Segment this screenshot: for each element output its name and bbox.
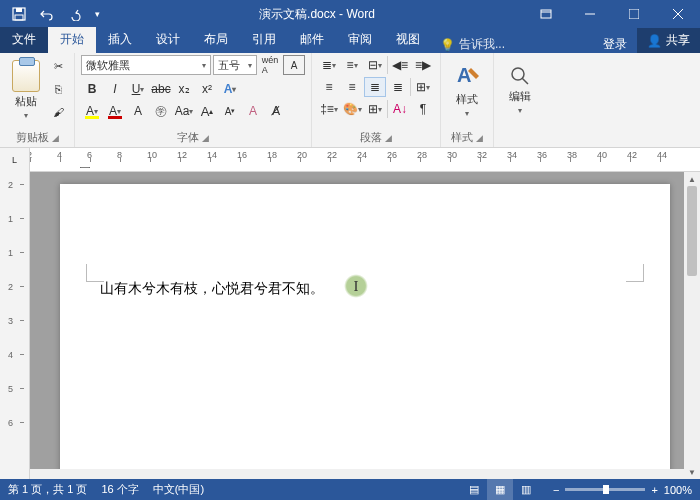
- save-icon[interactable]: [6, 2, 32, 26]
- web-layout-icon[interactable]: ▥: [513, 479, 539, 500]
- text-cursor-indicator: [344, 274, 368, 298]
- paragraph-launcher-icon[interactable]: ◢: [385, 133, 392, 143]
- change-case-icon[interactable]: Aa▾: [173, 101, 195, 121]
- align-center-icon[interactable]: ≡: [341, 77, 363, 97]
- document-text[interactable]: 山有木兮木有枝，心悦君兮君不知。: [100, 280, 630, 298]
- page-count[interactable]: 第 1 页，共 1 页: [8, 482, 87, 497]
- tab-layout[interactable]: 布局: [192, 27, 240, 53]
- zoom-out-button[interactable]: −: [553, 484, 559, 496]
- styles-button[interactable]: A 样式 ▾: [447, 55, 487, 125]
- group-clipboard: 粘贴 ▾ ✂ ⎘ 🖌 剪贴板◢: [0, 53, 75, 147]
- paste-button[interactable]: 粘贴 ▾: [6, 55, 46, 125]
- grow-font-icon[interactable]: A▴: [196, 101, 218, 121]
- superscript-button[interactable]: x²: [196, 79, 218, 99]
- language-status[interactable]: 中文(中国): [153, 482, 204, 497]
- increase-indent-icon[interactable]: ≡▶: [412, 55, 434, 75]
- numbering-icon[interactable]: ≡▾: [341, 55, 363, 75]
- tab-mail[interactable]: 邮件: [288, 27, 336, 53]
- close-icon[interactable]: [656, 0, 700, 28]
- borders-icon[interactable]: ⊞▾: [364, 99, 386, 119]
- font-launcher-icon[interactable]: ◢: [202, 133, 209, 143]
- page-scroll[interactable]: 山有木兮木有枝，心悦君兮君不知。: [30, 172, 700, 479]
- italic-button[interactable]: I: [104, 79, 126, 99]
- multilevel-list-icon[interactable]: ⊟▾: [364, 55, 386, 75]
- horizontal-scrollbar[interactable]: [30, 469, 684, 479]
- clear-formatting-icon[interactable]: A: [242, 101, 264, 121]
- highlight-color-icon[interactable]: A▾: [81, 101, 103, 121]
- ribbon: 粘贴 ▾ ✂ ⎘ 🖌 剪贴板◢ 微软雅黑▾ 五号▾ wénA A B I U▾: [0, 53, 700, 148]
- tell-me-search[interactable]: 💡告诉我...: [432, 36, 513, 53]
- editing-button[interactable]: 编辑 ▾: [500, 55, 540, 125]
- tab-review[interactable]: 审阅: [336, 27, 384, 53]
- group-editing: 编辑 ▾: [494, 53, 546, 147]
- styles-icon: A: [453, 62, 481, 90]
- login-button[interactable]: 登录: [593, 36, 637, 53]
- font-color-icon[interactable]: A▾: [104, 101, 126, 121]
- character-border-icon[interactable]: A: [283, 55, 305, 75]
- align-left-icon[interactable]: ≡: [318, 77, 340, 97]
- font-name-combo[interactable]: 微软雅黑▾: [81, 55, 211, 75]
- read-mode-icon[interactable]: ▤: [461, 479, 487, 500]
- zoom-slider[interactable]: [565, 488, 645, 491]
- decrease-indent-icon[interactable]: ◀≡: [389, 55, 411, 75]
- align-distribute-icon[interactable]: ≣: [387, 77, 409, 97]
- bullets-icon[interactable]: ≣▾: [318, 55, 340, 75]
- minimize-icon[interactable]: [568, 0, 612, 28]
- show-marks-icon[interactable]: ¶: [412, 99, 434, 119]
- lightbulb-icon: 💡: [440, 38, 455, 52]
- font-size-combo[interactable]: 五号▾: [213, 55, 257, 75]
- clear-all-formatting-icon[interactable]: A̸: [265, 101, 287, 121]
- asian-layout-icon[interactable]: ⊞▾: [412, 77, 434, 97]
- zoom-in-button[interactable]: +: [651, 484, 657, 496]
- align-justify-icon[interactable]: ≣: [364, 77, 386, 97]
- tab-references[interactable]: 引用: [240, 27, 288, 53]
- cut-icon[interactable]: ✂: [48, 55, 68, 77]
- svg-line-11: [522, 78, 528, 84]
- tab-view[interactable]: 视图: [384, 27, 432, 53]
- svg-point-10: [512, 68, 524, 80]
- tab-design[interactable]: 设计: [144, 27, 192, 53]
- phonetic-guide-icon[interactable]: wénA: [259, 55, 281, 75]
- vertical-ruler[interactable]: 21123456: [0, 172, 30, 479]
- shrink-font-icon[interactable]: A▾: [219, 101, 241, 121]
- share-button[interactable]: 👤共享: [637, 28, 700, 53]
- underline-button[interactable]: U▾: [127, 79, 149, 99]
- ribbon-display-icon[interactable]: [524, 0, 568, 28]
- indent-marker-icon[interactable]: [80, 167, 90, 168]
- undo-icon[interactable]: [34, 2, 60, 26]
- horizontal-ruler[interactable]: 2468101214161820222426283032343638404244: [30, 152, 700, 168]
- word-count[interactable]: 16 个字: [101, 482, 138, 497]
- tab-home[interactable]: 开始: [48, 27, 96, 53]
- print-layout-icon[interactable]: ▦: [487, 479, 513, 500]
- clipboard-launcher-icon[interactable]: ◢: [52, 133, 59, 143]
- bold-button[interactable]: B: [81, 79, 103, 99]
- zoom-thumb[interactable]: [603, 485, 609, 494]
- redo-icon[interactable]: [62, 2, 88, 26]
- character-shading-icon[interactable]: A: [127, 101, 149, 121]
- tab-insert[interactable]: 插入: [96, 27, 144, 53]
- line-spacing-icon[interactable]: ‡≡▾: [318, 99, 340, 119]
- vertical-scrollbar[interactable]: ▲ ▼: [684, 172, 700, 479]
- svg-line-8: [673, 9, 683, 19]
- zoom-level[interactable]: 100%: [664, 484, 692, 496]
- svg-rect-0: [13, 8, 25, 20]
- tab-file[interactable]: 文件: [0, 27, 48, 53]
- strikethrough-button[interactable]: abc: [150, 79, 172, 99]
- sort-icon[interactable]: A↓: [389, 99, 411, 119]
- scroll-down-icon[interactable]: ▼: [684, 465, 700, 479]
- tab-selector[interactable]: L: [0, 148, 30, 172]
- text-effects-icon[interactable]: A▾: [219, 79, 241, 99]
- copy-icon[interactable]: ⎘: [48, 78, 68, 100]
- styles-launcher-icon[interactable]: ◢: [476, 133, 483, 143]
- qat-customize-icon[interactable]: ▾: [90, 2, 104, 26]
- document-page[interactable]: 山有木兮木有枝，心悦君兮君不知。: [60, 184, 670, 479]
- enclose-character-icon[interactable]: ㊫: [150, 101, 172, 121]
- clipboard-icon: [12, 60, 40, 92]
- format-painter-icon[interactable]: 🖌: [48, 101, 68, 123]
- scroll-up-icon[interactable]: ▲: [684, 172, 700, 186]
- shading-icon[interactable]: 🎨▾: [341, 99, 363, 119]
- svg-text:A: A: [457, 64, 471, 86]
- maximize-icon[interactable]: [612, 0, 656, 28]
- scrollbar-thumb[interactable]: [687, 186, 697, 276]
- subscript-button[interactable]: x₂: [173, 79, 195, 99]
